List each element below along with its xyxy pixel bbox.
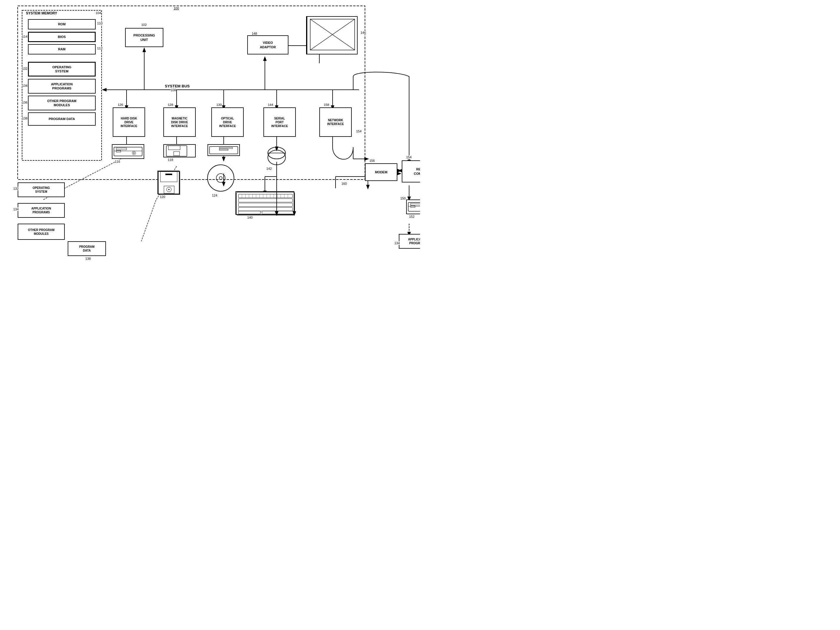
ref-118: 118 (168, 158, 173, 161)
mouse-device (264, 144, 290, 166)
ref-120: 120 (160, 195, 165, 199)
ref-150: 150 (400, 197, 406, 200)
modem-box: MODEM (365, 163, 397, 181)
ref-136-mem: 136 (22, 101, 27, 104)
keyboard (235, 191, 294, 215)
svg-rect-42 (166, 146, 187, 156)
hard-disk-device (112, 144, 144, 159)
svg-rect-41 (116, 150, 121, 152)
svg-rect-96 (411, 206, 415, 207)
svg-rect-46 (160, 172, 177, 182)
ref-146: 146 (360, 31, 366, 35)
ref-102: 102 (141, 23, 147, 27)
ref-156: 156 (369, 159, 375, 163)
svg-point-56 (219, 177, 222, 180)
svg-rect-40 (116, 148, 126, 150)
floppy-disk (158, 171, 180, 194)
other-modules-mem-box: OTHER PROGRAMMODULES (28, 96, 96, 111)
svg-rect-67 (262, 211, 294, 214)
svg-rect-62 (238, 194, 292, 198)
ref-144: 144 (268, 103, 273, 107)
ref-134-mem: 134 (22, 84, 27, 87)
ref-128: 128 (168, 103, 173, 107)
ref-104: 104 (96, 11, 101, 15)
program-data-mem-box: PROGRAM DATA (28, 112, 96, 126)
ref-114-label: 114 (22, 35, 27, 38)
ref-132-mem: 132 (22, 67, 27, 70)
ref-112: 112 (97, 46, 103, 50)
ref-158: 158 (324, 103, 329, 107)
ref-154: 154 (406, 155, 412, 159)
ref-140: 140 (247, 216, 253, 219)
optical-device-top (207, 144, 240, 156)
ref-134-remote: 134 (395, 241, 400, 245)
processing-unit-box: PROCESSINGUNIT (125, 28, 163, 47)
ref-132-lower: 132 (13, 187, 19, 190)
svg-point-55 (216, 174, 225, 182)
svg-rect-65 (238, 207, 292, 211)
ref-148: 148 (252, 32, 257, 35)
ref-138-mem: 138 (22, 117, 27, 120)
hard-disk-interface-box: HARD DISKDRIVEINTERFACE (113, 107, 145, 137)
system-bus-label: SYSTEM BUS (165, 84, 190, 88)
diagram: 100 SYSTEM MEMORY 104 ROM 110 BIOS 114 R… (0, 0, 420, 315)
ref-160: 160 (341, 182, 347, 185)
ref-110: 110 (97, 22, 103, 25)
ref-124: 124 (212, 194, 217, 197)
ram-box: RAM (28, 44, 96, 54)
app-programs-lower-box: APPLICATIONPROGRAMS (18, 203, 65, 218)
network-interface-box: NETWORKINTERFACE (319, 107, 352, 137)
svg-point-50 (168, 189, 169, 190)
rom-box: ROM (28, 19, 96, 29)
svg-rect-63 (238, 199, 292, 202)
ref-138-lower: 138 (85, 257, 91, 261)
svg-point-39 (133, 152, 134, 153)
monitor-box (306, 16, 358, 54)
svg-rect-52 (219, 147, 232, 148)
svg-rect-95 (411, 203, 420, 205)
ref-106: 106 (171, 88, 176, 92)
svg-rect-91 (408, 202, 420, 211)
remote-computer-box: REMOTECOMPUTER (402, 160, 420, 182)
ref-142: 142 (266, 167, 272, 171)
other-modules-lower-box: OTHER PROGRAMMODULES (18, 224, 65, 240)
bios-box: BIOS (28, 32, 96, 42)
optical-disc (206, 163, 235, 193)
os-mem-box: OPERATINGSYSTEM (28, 62, 96, 76)
app-programs-remote-box: APPLICATIONPROGRAMS (399, 234, 420, 249)
ref-152: 152 (409, 215, 414, 218)
ref-134-lower: 134 (13, 207, 19, 211)
svg-rect-61 (236, 192, 295, 215)
svg-point-54 (207, 165, 234, 191)
serial-port-interface-box: SERIALPORTINTERFACE (264, 107, 296, 137)
system-memory-label: SYSTEM MEMORY (26, 11, 57, 15)
ref-154-line: 154 (356, 129, 362, 133)
svg-rect-53 (219, 149, 228, 150)
remote-hard-disk (406, 199, 420, 214)
ref-100: 100 (174, 6, 179, 10)
svg-rect-47 (166, 174, 172, 175)
app-programs-mem-box: APPLICATIONPROGRAMS (28, 79, 96, 93)
svg-rect-43 (168, 146, 180, 150)
magnetic-disk-interface-box: MAGNETICDISK DRIVEINTERFACE (163, 107, 196, 137)
optical-drive-interface-box: OPTICALDRIVEINTERFACE (211, 107, 244, 137)
os-lower-box: OPERATINGSYSTEM (18, 182, 65, 197)
ref-116: 116 (115, 160, 120, 163)
svg-rect-66 (238, 211, 261, 214)
ref-130: 130 (216, 103, 222, 107)
program-data-lower-box: PROGRAMDATA (68, 241, 106, 256)
ref-126: 126 (118, 103, 123, 107)
floppy-device (163, 144, 196, 158)
svg-rect-64 (238, 203, 292, 207)
svg-line-28 (141, 200, 156, 241)
svg-rect-36 (114, 147, 142, 156)
svg-rect-44 (174, 152, 180, 156)
video-adaptor-box: VIDEOADAPTOR (247, 35, 289, 54)
